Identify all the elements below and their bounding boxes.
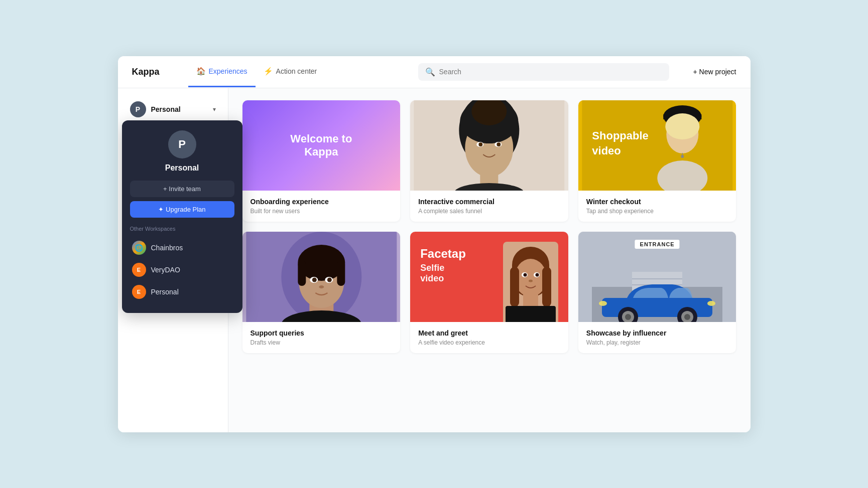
svg-point-8 xyxy=(497,142,501,146)
svg-point-15 xyxy=(665,113,699,139)
card-title-winter: Winter checkout xyxy=(586,198,728,206)
card-info-winter: Winter checkout Tap and shop experience xyxy=(578,191,736,222)
card-title-meetgreet: Meet and greet xyxy=(418,329,560,337)
card-desc-winter: Tap and shop experience xyxy=(586,208,728,215)
svg-point-60 xyxy=(707,301,715,306)
project-card-showcase[interactable]: ENTRANCE xyxy=(578,232,736,353)
card-info-welcome: Onboarding experience Built for new user… xyxy=(242,191,401,222)
project-card-support[interactable]: Support queries Drafts view xyxy=(242,232,401,353)
card-info-interactive: Interactive commercial A complete sales … xyxy=(410,191,568,222)
search-input[interactable] xyxy=(439,68,662,76)
svg-point-36 xyxy=(515,259,547,297)
project-card-interactive[interactable]: Interactive commercial A complete sales … xyxy=(410,100,568,222)
workspace-chainbros[interactable]: 🌐 Chainbros xyxy=(130,237,234,259)
nav-action-center[interactable]: ⚡ Action center xyxy=(256,57,325,87)
main-nav: 🏠 Experiences ⚡ Action center xyxy=(188,57,325,87)
workspace-selector[interactable]: P Personal ▾ xyxy=(122,96,224,122)
workspace-avatar: P xyxy=(130,101,146,117)
search-bar[interactable]: 🔍 xyxy=(418,63,669,81)
project-card-welcome[interactable]: Welcome to Kappa Onboarding experience B… xyxy=(242,100,401,222)
verydao-icon: E xyxy=(132,263,146,277)
card-desc-interactive: A complete sales funnel xyxy=(418,208,560,215)
card-thumb-winter: Shoppable video xyxy=(578,100,736,191)
other-workspaces-label: Other Workspaces xyxy=(130,226,234,232)
card-info-showcase: Showcase by influencer Watch, play, regi… xyxy=(578,322,736,353)
logo: Kappa xyxy=(132,67,172,77)
svg-point-59 xyxy=(684,314,690,320)
home-icon: 🏠 xyxy=(196,67,206,76)
card-thumb-interactive xyxy=(410,100,568,191)
upgrade-plan-button[interactable]: ✦ Upgrade Plan xyxy=(130,201,234,218)
invite-team-button[interactable]: + Invite team xyxy=(130,181,234,197)
svg-point-42 xyxy=(535,273,539,276)
chevron-down-icon: ▾ xyxy=(213,106,216,113)
card-title-welcome: Onboarding experience xyxy=(251,198,393,206)
card-info-support: Support queries Drafts view xyxy=(242,322,401,353)
card-desc-welcome: Built for new users xyxy=(251,208,393,215)
svg-point-32 xyxy=(327,277,331,282)
card-thumb-meetgreet: Facetap Selfie video xyxy=(410,232,568,322)
card-desc-meetgreet: A selfie video experience xyxy=(418,339,560,346)
svg-rect-45 xyxy=(506,306,556,322)
card-title-support: Support queries xyxy=(251,329,393,337)
projects-grid: Welcome to Kappa Onboarding experience B… xyxy=(242,100,736,353)
workspace-dropdown: P Personal + Invite team ✦ Upgrade Plan … xyxy=(122,120,242,313)
svg-point-41 xyxy=(523,273,527,276)
card-desc-support: Drafts view xyxy=(251,339,393,346)
body: P Personal ▾ 📄 Projects 🗑️ Archives ⚙️ M… xyxy=(118,88,751,432)
card-title-showcase: Showcase by influencer xyxy=(586,329,728,337)
card-thumb-support xyxy=(242,232,401,322)
workspace-personal[interactable]: E Personal xyxy=(130,281,234,303)
svg-text:video: video xyxy=(592,144,621,157)
project-card-winter[interactable]: Shoppable video Winter checkout Tap and … xyxy=(578,100,736,222)
svg-rect-38 xyxy=(542,267,551,307)
search-icon: 🔍 xyxy=(425,67,435,77)
chainbros-icon: 🌐 xyxy=(132,241,146,255)
svg-point-33 xyxy=(319,285,324,288)
dropdown-name: Personal xyxy=(130,164,234,173)
workspace-name: Personal xyxy=(151,105,208,113)
app-window: Kappa 🏠 Experiences ⚡ Action center 🔍 + … xyxy=(118,56,751,432)
dropdown-avatar: P xyxy=(168,130,196,158)
svg-point-43 xyxy=(529,279,533,282)
svg-rect-27 xyxy=(298,261,306,286)
card-info-meetgreet: Meet and greet A selfie video experience xyxy=(410,322,568,353)
svg-point-61 xyxy=(599,301,607,306)
new-project-button[interactable]: + New project xyxy=(693,68,736,76)
project-card-meetgreet[interactable]: Facetap Selfie video xyxy=(410,232,568,353)
showcase-entrance-label: ENTRANCE xyxy=(635,240,680,249)
card-thumb-welcome: Welcome to Kappa xyxy=(242,100,401,191)
svg-rect-37 xyxy=(510,267,519,307)
svg-text:Shoppable: Shoppable xyxy=(592,129,648,142)
nav-experiences[interactable]: 🏠 Experiences xyxy=(188,57,256,87)
svg-rect-28 xyxy=(337,261,345,286)
personal-icon: E xyxy=(132,285,146,299)
card-desc-showcase: Watch, play, register xyxy=(586,339,728,346)
header: Kappa 🏠 Experiences ⚡ Action center 🔍 + … xyxy=(118,56,751,88)
card-title-interactive: Interactive commercial xyxy=(418,198,560,206)
svg-point-56 xyxy=(625,314,631,320)
svg-point-31 xyxy=(312,277,316,282)
card-thumb-showcase: ENTRANCE xyxy=(578,232,736,322)
workspace-verydao[interactable]: E VeryDAO xyxy=(130,259,234,281)
svg-point-7 xyxy=(478,142,482,146)
main-content: Welcome to Kappa Onboarding experience B… xyxy=(228,88,751,432)
action-icon: ⚡ xyxy=(264,67,273,76)
